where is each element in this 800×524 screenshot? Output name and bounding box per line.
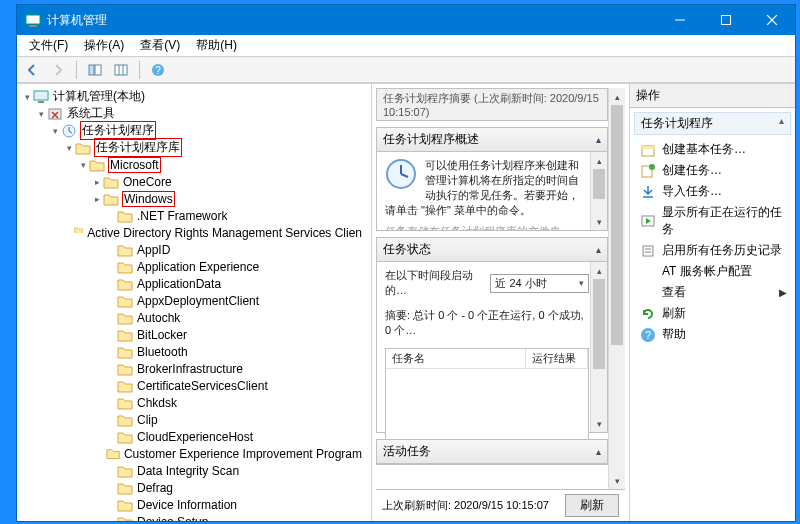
- folder-icon: [117, 362, 133, 376]
- forward-button[interactable]: [47, 59, 69, 81]
- summary-header: 任务计划程序摘要 (上次刷新时间: 2020/9/15 10:15:07): [376, 88, 608, 121]
- body: ▾ 计算机管理(本地) ▾系统工具▾任务计划程序▾任务计划程序库▾Microso…: [17, 83, 795, 521]
- overview-scrollbar[interactable]: ▴ ▾: [590, 152, 607, 230]
- help-icon: ?: [640, 327, 656, 343]
- status-panel: 任务状态▴ 在以下时间段启动的… 近 24 小时 ▾ 摘要: 总计 0 个 - …: [376, 237, 608, 433]
- action-refresh[interactable]: 刷新: [630, 303, 795, 324]
- folder-icon: [117, 413, 133, 427]
- show-hide-console-tree-button[interactable]: [84, 59, 106, 81]
- tree-root[interactable]: ▾ 计算机管理(本地): [17, 88, 371, 105]
- tree-item[interactable]: ▾系统工具: [17, 105, 371, 122]
- svg-rect-8: [115, 65, 127, 75]
- tree-item[interactable]: ▾任务计划程序: [17, 122, 371, 139]
- action-label: AT 服务帐户配置: [662, 263, 752, 280]
- active-tasks-title: 活动任务: [383, 443, 431, 460]
- minimize-button[interactable]: [657, 5, 703, 35]
- tree-item[interactable]: Defrag: [17, 479, 371, 496]
- expander-icon[interactable]: ▾: [77, 160, 89, 170]
- col-run-result[interactable]: 运行结果: [526, 349, 588, 368]
- tree-item[interactable]: ▸Windows: [17, 190, 371, 207]
- expander-icon[interactable]: ▸: [91, 194, 103, 204]
- tree-item-label: Clip: [136, 413, 159, 427]
- tree-item[interactable]: BitLocker: [17, 326, 371, 343]
- status-title: 任务状态: [383, 241, 431, 258]
- tree-item[interactable]: Chkdsk: [17, 394, 371, 411]
- folder-icon: [117, 209, 133, 223]
- expander-icon[interactable]: ▾: [63, 143, 75, 153]
- tree-item-label: 任务计划程序库: [94, 138, 182, 157]
- tree-item[interactable]: Autochk: [17, 309, 371, 326]
- tree-item[interactable]: AppxDeploymentClient: [17, 292, 371, 309]
- expander-icon[interactable]: ▾: [49, 126, 61, 136]
- maximize-button[interactable]: [703, 5, 749, 35]
- status-period-dropdown[interactable]: 近 24 小时 ▾: [490, 274, 589, 293]
- refresh-button[interactable]: 刷新: [565, 494, 619, 517]
- computer-management-window: 计算机管理 文件(F) 操作(A) 查看(V) 帮助(H) ? ▾ 计算机管理(…: [16, 4, 796, 522]
- tree-item[interactable]: Data Integrity Scan: [17, 462, 371, 479]
- tree-item[interactable]: ApplicationData: [17, 275, 371, 292]
- action-help[interactable]: ?帮助: [630, 324, 795, 345]
- folder-icon: [75, 141, 91, 155]
- tree-item-label: 系统工具: [66, 105, 116, 122]
- folder-icon: [103, 175, 119, 189]
- action-at[interactable]: AT 服务帐户配置: [630, 261, 795, 282]
- tree-item[interactable]: AppID: [17, 241, 371, 258]
- menu-help[interactable]: 帮助(H): [188, 35, 245, 56]
- action-show-running[interactable]: 显示所有正在运行的任务: [630, 202, 795, 240]
- overview-text2: 任务存储在任务计划程序库的文件夹: [385, 225, 561, 230]
- action-label: 帮助: [662, 326, 686, 343]
- tree-item[interactable]: .NET Framework: [17, 207, 371, 224]
- tree-item[interactable]: BrokerInfrastructure: [17, 360, 371, 377]
- collapse-icon[interactable]: ▴: [596, 446, 601, 457]
- tree-item[interactable]: Application Experience: [17, 258, 371, 275]
- view-icon: [640, 285, 656, 301]
- action-import[interactable]: 导入任务…: [630, 181, 795, 202]
- last-refresh-label: 上次刷新时间: 2020/9/15 10:15:07: [382, 498, 549, 513]
- collapse-icon[interactable]: ▴: [596, 134, 601, 145]
- tree-item[interactable]: Customer Experience Improvement Program: [17, 445, 371, 462]
- back-button[interactable]: [21, 59, 43, 81]
- tree-item[interactable]: CertificateServicesClient: [17, 377, 371, 394]
- action-view[interactable]: 查看▶: [630, 282, 795, 303]
- menu-view[interactable]: 查看(V): [132, 35, 188, 56]
- actions-pane: 操作 任务计划程序 ▴ 创建基本任务…创建任务…导入任务…显示所有正在运行的任务…: [630, 84, 795, 521]
- close-button[interactable]: [749, 5, 795, 35]
- tree-item[interactable]: Bluetooth: [17, 343, 371, 360]
- tree-item-label: Application Experience: [136, 260, 260, 274]
- tree-item[interactable]: Clip: [17, 411, 371, 428]
- tree-item[interactable]: Device Setup: [17, 513, 371, 521]
- tree-item[interactable]: ▾Microsoft: [17, 156, 371, 173]
- tree-item[interactable]: ▾任务计划程序库: [17, 139, 371, 156]
- tree-item[interactable]: CloudExperienceHost: [17, 428, 371, 445]
- task-result-list[interactable]: 任务名 运行结果: [385, 348, 589, 440]
- tree-pane[interactable]: ▾ 计算机管理(本地) ▾系统工具▾任务计划程序▾任务计划程序库▾Microso…: [17, 84, 372, 521]
- chevron-up-icon[interactable]: ▴: [779, 115, 784, 126]
- expander-icon[interactable]: ▸: [91, 177, 103, 187]
- tree-item-label: OneCore: [122, 175, 173, 189]
- folder-icon: [117, 430, 133, 444]
- help-button[interactable]: ?: [147, 59, 169, 81]
- status-scrollbar[interactable]: ▴ ▾: [590, 262, 607, 432]
- action-enable-history[interactable]: 启用所有任务历史记录: [630, 240, 795, 261]
- menu-file[interactable]: 文件(F): [21, 35, 76, 56]
- expander-icon[interactable]: ▾: [35, 109, 47, 119]
- titlebar[interactable]: 计算机管理: [17, 5, 795, 35]
- middle-scrollbar[interactable]: ▴ ▾: [608, 88, 625, 489]
- menu-action[interactable]: 操作(A): [76, 35, 132, 56]
- action-create[interactable]: 创建任务…: [630, 160, 795, 181]
- tree-item-label: .NET Framework: [136, 209, 228, 223]
- columns-button[interactable]: [110, 59, 132, 81]
- overview-panel: 任务计划程序概述▴ 可以使用任务计划程序来创建和管理计算机将在所指定的时间自动执…: [376, 127, 608, 231]
- svg-rect-28: [643, 246, 653, 256]
- tree-item[interactable]: Active Directory Rights Management Servi…: [17, 224, 371, 241]
- tree-item-label: Autochk: [136, 311, 181, 325]
- status-summary: 摘要: 总计 0 个 - 0 个正在运行, 0 个成功, 0 个…: [385, 308, 589, 338]
- tree-item[interactable]: Device Information: [17, 496, 371, 513]
- tools-icon: [47, 107, 63, 121]
- col-task-name[interactable]: 任务名: [386, 349, 526, 368]
- action-create-basic[interactable]: 创建基本任务…: [630, 139, 795, 160]
- tree-item[interactable]: ▸OneCore: [17, 173, 371, 190]
- tree-item-label: CloudExperienceHost: [136, 430, 254, 444]
- collapse-icon[interactable]: ▴: [596, 244, 601, 255]
- tree-item-label: Bluetooth: [136, 345, 189, 359]
